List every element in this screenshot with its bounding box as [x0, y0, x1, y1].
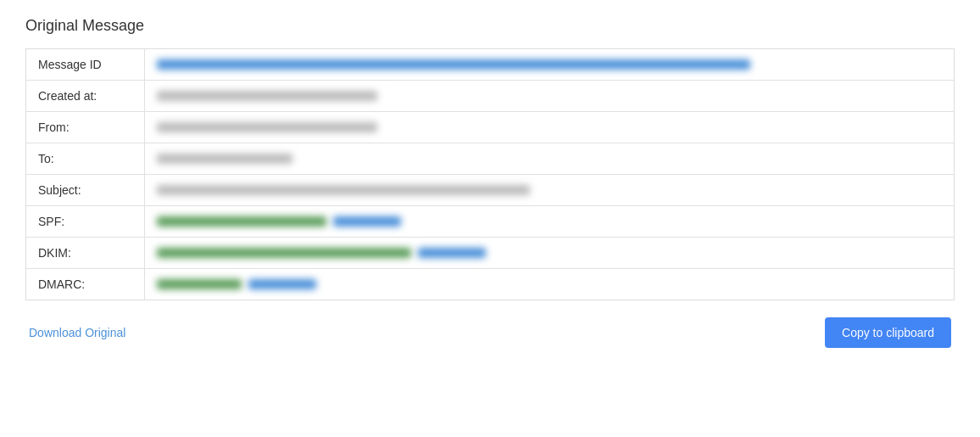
spf-row: SPF:: [26, 206, 954, 238]
spf-learn-more-blurred[interactable]: [333, 216, 401, 227]
from-value: [145, 112, 954, 143]
subject-blurred: [157, 185, 530, 195]
download-original-link[interactable]: Download Original: [29, 326, 125, 339]
dmarc-value: [145, 269, 954, 300]
dmarc-row: DMARC:: [26, 269, 954, 300]
to-label: To:: [26, 143, 145, 174]
dkim-label: DKIM:: [26, 238, 145, 268]
to-value: [145, 143, 954, 174]
message-id-blurred: [157, 59, 750, 70]
from-row: From:: [26, 112, 954, 143]
dkim-row: DKIM:: [26, 238, 954, 269]
created-at-label: Created at:: [26, 81, 145, 111]
created-at-blurred: [157, 91, 377, 101]
spf-status-blurred: [157, 216, 326, 227]
created-at-row: Created at:: [26, 81, 954, 112]
from-blurred: [157, 122, 377, 132]
subject-label: Subject:: [26, 175, 145, 205]
created-at-value: [145, 81, 954, 111]
subject-value: [145, 175, 954, 205]
copy-to-clipboard-button[interactable]: Copy to clipboard: [825, 317, 951, 348]
subject-row: Subject:: [26, 175, 954, 206]
footer: Download Original Copy to clipboard: [25, 317, 955, 348]
spf-value: [145, 206, 954, 237]
message-id-row: Message ID: [26, 49, 954, 81]
to-row: To:: [26, 143, 954, 175]
from-label: From:: [26, 112, 145, 143]
dmarc-status-blurred: [157, 279, 242, 289]
dkim-learn-more-blurred[interactable]: [418, 248, 486, 258]
dmarc-learn-more-blurred[interactable]: [248, 279, 316, 289]
dkim-value: [145, 238, 954, 268]
dmarc-label: DMARC:: [26, 269, 145, 300]
message-id-value: [145, 49, 954, 80]
spf-label: SPF:: [26, 206, 145, 237]
message-table: Message ID Created at: From: To:: [25, 48, 955, 300]
page-title: Original Message: [25, 17, 955, 35]
dkim-status-blurred: [157, 248, 411, 258]
page-container: Original Message Message ID Created at: …: [0, 0, 980, 365]
to-blurred: [157, 154, 292, 164]
message-id-label: Message ID: [26, 49, 145, 80]
